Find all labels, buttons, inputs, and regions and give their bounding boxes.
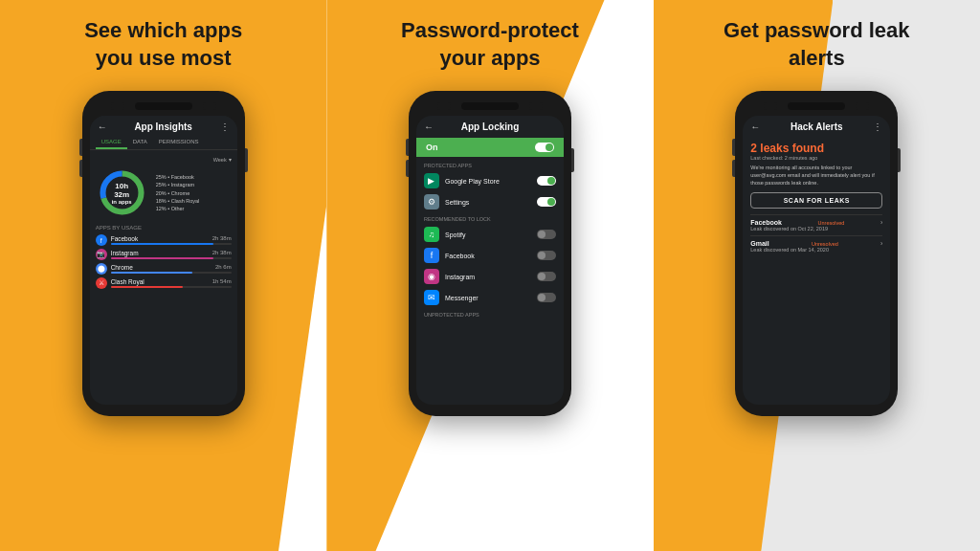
protected-section-label: PROTECTED APPS [416,159,564,170]
back-button-2[interactable]: ← [424,121,434,132]
app-icon-facebook-2: f [424,248,439,263]
unprotected-section-label: UNPROTECTED APPS [416,308,564,320]
phone-notch-2 [461,102,519,110]
screen-hack-alerts: ← Hack Alerts ⋮ 2 leaks found Last check… [743,116,890,405]
app-toggle-messenger[interactable] [537,293,556,302]
app-icon-facebook: f [96,234,107,246]
menu-button[interactable]: ⋮ [220,121,230,132]
chevron-down-icon: ▾ [229,156,232,163]
app-toggle-spotify[interactable] [537,230,556,239]
app-icon-instagram-2: ◉ [424,269,439,284]
panel-hack-alerts: Get password leak alerts ← Hack Alerts ⋮… [654,0,980,551]
chevron-right-icon[interactable]: › [880,219,882,226]
chevron-right-icon-2[interactable]: › [880,240,882,247]
list-item: ⬤ Chrome 2h 6m [96,263,232,275]
leak-date-2: Leak discovered on Mar 14, 2020 [750,247,882,253]
menu-button-3[interactable]: ⋮ [873,121,882,132]
last-checked: Last checked: 2 minutes ago [750,155,882,161]
week-selector[interactable]: Week ▾ [96,156,232,163]
list-item: ▶ Google Play Store [416,170,564,191]
phone-notch-3 [788,102,845,110]
screen-title-2: App Locking [461,121,520,132]
alert-section: 2 leaks found Last checked: 2 minutes ag… [743,136,890,260]
app-toggle-settings[interactable] [537,197,556,207]
chart-legend: 25% • Facebook 25% • Instagram 20% • Chr… [156,173,200,212]
list-item: ⚔ Clash Royal 1h 54m [96,277,232,289]
list-item: ✉ Messenger [416,287,564,308]
app-icon-settings: ⚙ [424,194,439,209]
leaks-count: 2 leaks found [750,142,882,155]
phone-3: ← Hack Alerts ⋮ 2 leaks found Last check… [735,91,898,416]
on-toggle-row: On [416,138,564,157]
panel-app-insights: See which apps you use most ← App Insigh… [0,0,326,551]
leak-item-gmail: Gmail Unresolved › Leak discovered on Ma… [750,235,882,256]
panel-2-heading: Password-protect your apps [382,0,598,81]
app-icon-spotify: ♫ [424,227,439,242]
recommended-section-label: RECOMMENDED TO LOCK [416,212,564,224]
alert-description: We're monitoring all accounts linked to … [750,165,882,187]
panel-3-heading: Get password leak alerts [704,0,928,81]
donut-chart: 10h 32m in apps [96,166,148,219]
tab-usage[interactable]: USAGE [96,136,127,149]
status-badge-2: Unresolved [812,241,838,247]
master-toggle[interactable] [535,143,554,152]
app-icon-messenger: ✉ [424,290,439,305]
screen-app-locking: ← App Locking On PROTECTED APPS ▶ Google… [416,116,564,405]
screen-app-insights: ← App Insights ⋮ USAGE DATA PERMISSIONS … [90,116,237,405]
leak-date: Leak discovered on Oct 22, 2019 [750,226,882,231]
app-toggle-instagram[interactable] [537,272,556,281]
leak-item-facebook: Facebook Unresolved › Leak discovered on… [750,214,882,235]
apps-by-usage-label: APPS BY USAGE [96,225,232,231]
back-button-3[interactable]: ← [750,121,760,132]
tab-permissions[interactable]: PERMISSIONS [153,136,205,149]
tab-data[interactable]: DATA [127,136,153,149]
chart-area: 10h 32m in apps 25% • Facebook 25% • Ins… [96,166,232,219]
list-item: f Facebook [416,245,564,266]
list-item: ♫ Spotify [416,224,564,245]
list-item: ⚙ Settings [416,191,564,212]
list-item: ◉ Instagram [416,266,564,287]
app-toggle-facebook[interactable] [537,251,556,260]
phone-1: ← App Insights ⋮ USAGE DATA PERMISSIONS … [82,91,245,416]
app-icon-clash: ⚔ [96,277,107,289]
phone-2: ← App Locking On PROTECTED APPS ▶ Google… [409,91,571,416]
status-badge: Unresolved [818,220,845,226]
screen-title: App Insights [134,121,192,132]
list-item: 📷 Instagram 2h 38m [96,249,232,260]
phone-notch [135,102,192,110]
app-icon-instagram: 📷 [96,249,107,260]
tab-bar: USAGE DATA PERMISSIONS [90,136,237,150]
screen-title-3: Hack Alerts [791,121,843,132]
app-toggle-playstore[interactable] [537,176,556,186]
panel-1-heading: See which apps you use most [65,0,261,81]
panel-app-locking: Password-protect your apps ← App Locking… [326,0,653,551]
scan-for-leaks-button[interactable]: SCAN FOR LEAKS [750,192,882,209]
back-button[interactable]: ← [98,121,107,132]
list-item: f Facebook 2h 38m [96,234,232,246]
app-icon-chrome: ⬤ [96,263,107,275]
app-icon-playstore: ▶ [424,173,439,188]
